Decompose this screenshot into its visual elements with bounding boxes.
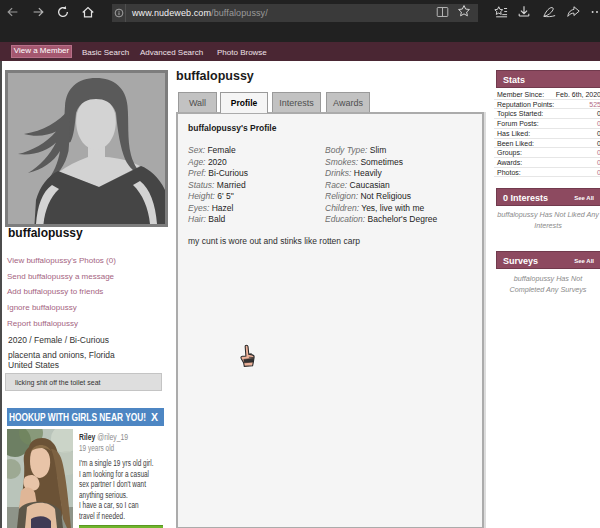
surveys-title: Surveys (503, 256, 538, 266)
url-text[interactable]: www.nudeweb.com/buffalopussy/ (126, 8, 436, 18)
stat-row-photos: Photos:0 (494, 168, 600, 178)
attribute-value: Slim (370, 145, 387, 155)
attribute-label: Body Type: (325, 145, 367, 155)
address-bar-actions (436, 4, 478, 22)
ignore-link[interactable]: Ignore buffalopussy (7, 303, 77, 312)
stat-label: Awards: (497, 159, 522, 167)
page-title: buffalopussy (176, 69, 254, 83)
ad-girl-name: Riley (79, 432, 95, 442)
interests-title: 0 Interests (503, 193, 548, 203)
profile-quote-box: licking shit off the toilet seat (5, 373, 162, 391)
advertisement[interactable]: HOOKUP WITH GIRLS NEAR YOU! X (5, 406, 163, 528)
attribute-value: Caucasian (350, 180, 390, 190)
tab-interests[interactable]: Interests (272, 92, 321, 113)
stat-row-been-liked: Been Liked:0 (494, 139, 600, 149)
ad-description-line: I'm a single 19 yrs old girl. (79, 458, 160, 469)
stat-row-reputation-points: Reputation Points:525 (494, 100, 600, 110)
view-photos-link[interactable]: View buffalopussy's Photos (0) (7, 256, 116, 265)
attribute-label: Drinks: (325, 168, 351, 178)
attribute-label: Education: (325, 214, 365, 224)
home-icon[interactable] (79, 3, 97, 21)
attribute-label: Eyes: (188, 203, 209, 213)
empty-message-line: Interests (494, 221, 600, 232)
share-icon[interactable] (564, 3, 582, 21)
stat-label: Has Liked: (497, 130, 530, 138)
interests-see-all-link[interactable]: See All (574, 195, 594, 201)
ad-body: Riley @riley_19 19 years old I'm a singl… (79, 432, 160, 522)
stat-label: Photos: (497, 169, 521, 177)
refresh-icon[interactable] (54, 3, 72, 21)
right-sidebar: Stats Member Since:Feb. 6th, 2020 Reputa… (494, 70, 600, 310)
attribute-label: Race: (325, 180, 347, 190)
interests-empty-message: buffalopussy Has Not Liked Any Interests (494, 210, 600, 231)
url-path: /buffalopussy/ (211, 8, 268, 18)
profile-location-line2: United States (8, 361, 115, 371)
attribute-label: Smokes: (325, 157, 358, 167)
attribute-value: Bi-Curious (208, 168, 248, 178)
site-navbar: View a Member Basic Search Advanced Sear… (0, 42, 600, 61)
attribute-value: Yes, live with me (361, 203, 424, 213)
attributes-right-column: Body Type: Slim Smokes: Sometimes Drinks… (325, 145, 437, 226)
attribute-value: Bald (208, 214, 225, 224)
address-bar[interactable]: www.nudeweb.com/buffalopussy/ (112, 4, 478, 22)
profile-tabs: Wall Profile Interests Awards (178, 92, 370, 113)
ad-photo[interactable] (7, 429, 75, 528)
forward-icon[interactable] (29, 3, 47, 21)
ad-description-line: travel if needed. (79, 511, 160, 522)
stat-row-groups: Groups:0 (494, 148, 600, 158)
tab-awards[interactable]: Awards (326, 92, 370, 113)
hub-favorites-icon[interactable] (491, 3, 509, 21)
stat-row-topics-started: Topics Started:0 (494, 109, 600, 119)
nav-item-view-a-member[interactable]: View a Member (11, 45, 72, 58)
download-icon[interactable] (515, 3, 533, 21)
add-friend-link[interactable]: Add buffalopussy to friends (7, 287, 103, 296)
favorite-star-icon[interactable] (457, 4, 471, 22)
browser-toolbar: www.nudeweb.com/buffalopussy/ (0, 0, 600, 42)
ad-description: I'm a single 19 yrs old girl. I am looki… (79, 458, 160, 522)
attribute-label: Sex: (188, 145, 205, 155)
nav-item-advanced-search[interactable]: Advanced Search (140, 48, 203, 57)
profile-quote: licking shit off the toilet seat (6, 379, 100, 386)
attribute-value: 6' 5" (217, 191, 233, 201)
stat-label: Been Liked: (497, 140, 534, 148)
stat-label: Groups: (497, 149, 522, 157)
stat-row-has-liked: Has Liked:0 (494, 129, 600, 139)
stats-header: Stats (496, 70, 600, 88)
attribute-value: Hazel (212, 203, 234, 213)
attribute-value: Married (217, 180, 246, 190)
stat-row-forum-posts: Forum Posts:0 (494, 119, 600, 129)
stats-title: Stats (503, 75, 525, 85)
ad-description-line: sex partner I don't want (79, 479, 160, 490)
surveys-see-all-link[interactable]: See All (574, 258, 594, 264)
nav-item-basic-search[interactable]: Basic Search (82, 48, 129, 57)
send-message-link[interactable]: Send buffalopussy a message (7, 272, 114, 281)
ad-header[interactable]: HOOKUP WITH GIRLS NEAR YOU! X (7, 408, 164, 426)
nav-item-photo-browse[interactable]: Photo Browse (217, 48, 267, 57)
profile-summary: 2020 / Female / Bi-Curious (8, 335, 109, 345)
surveys-empty-message: buffalopussy Has Not Completed Any Surve… (494, 274, 600, 295)
attribute-label: Children: (325, 203, 359, 213)
stat-row-member-since: Member Since:Feb. 6th, 2020 (494, 90, 600, 100)
web-notes-icon[interactable] (540, 3, 558, 21)
profile-avatar[interactable] (5, 70, 168, 227)
stat-label: Topics Started: (497, 110, 543, 118)
profile-username: buffalopussy (8, 226, 83, 240)
profile-panel-title: buffalopussy's Profile (188, 123, 276, 133)
empty-message-line: buffalopussy Has Not (494, 274, 600, 285)
back-icon[interactable] (4, 3, 22, 21)
page-content: buffalopussy View buffalopussy's Photos … (0, 61, 600, 528)
report-link[interactable]: Report buffalopussy (7, 319, 78, 328)
reading-view-icon[interactable] (436, 4, 449, 22)
stat-label: Member Since: (497, 91, 544, 99)
attributes-left-column: Sex: Female Age: 2020 Pref: Bi-Curious S… (188, 145, 248, 226)
ad-girl-handle: @riley_19 (97, 432, 128, 442)
more-icon[interactable] (588, 3, 600, 21)
empty-message-line: buffalopussy Has Not Liked Any (494, 210, 600, 221)
attribute-label: Age: (188, 157, 206, 167)
attribute-value: Female (207, 145, 235, 155)
stat-value[interactable]: 525 (589, 101, 600, 109)
tab-wall[interactable]: Wall (178, 92, 217, 113)
ad-close-icon[interactable]: X (151, 411, 158, 423)
tab-profile[interactable]: Profile (220, 92, 268, 113)
site-info-icon[interactable] (112, 4, 126, 22)
